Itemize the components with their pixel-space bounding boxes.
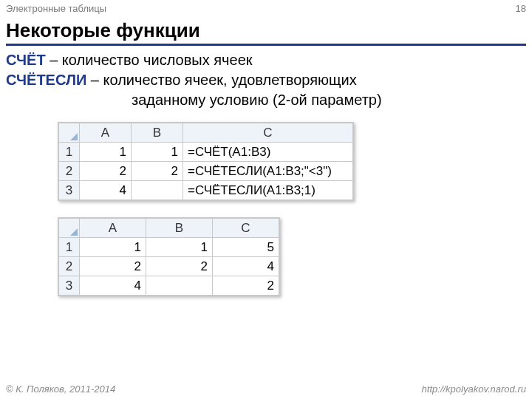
body: СЧЁТ – количество числовых ячеек СЧЁТЕСЛ… [6,50,526,313]
cell[interactable]: 2 [132,162,183,181]
row-header[interactable]: 3 [59,181,80,200]
cell[interactable]: 2 [146,257,213,276]
column-header[interactable]: C [213,219,279,238]
cell[interactable]: 1 [80,143,132,162]
column-header[interactable]: A [80,123,132,143]
cell[interactable]: 1 [80,238,146,257]
footer-copyright: © К. Поляков, 2011-2014 [6,383,115,395]
select-all-corner[interactable] [59,123,80,143]
func-countif-line: СЧЁТЕСЛИ – количество ячеек, удовлетворя… [6,70,526,90]
cell[interactable] [132,181,183,200]
column-header[interactable]: C [183,123,353,143]
column-header[interactable]: B [132,123,183,143]
header-topic: Электронные таблицы [6,3,106,14]
func-count-line: СЧЁТ – количество числовых ячеек [6,50,526,70]
cell[interactable]: =СЧЁТ(A1:B3) [183,143,353,162]
column-header[interactable]: B [146,219,213,238]
cell[interactable]: 2 [80,257,146,276]
footer: © К. Поляков, 2011-2014 http://kpolyakov… [6,383,526,395]
cell[interactable]: =СЧЁТЕСЛИ(A1:B3;1) [183,181,353,200]
func-count-name: СЧЁТ [6,52,46,68]
select-all-corner[interactable] [59,219,80,238]
column-header[interactable]: A [80,219,146,238]
row-header[interactable]: 2 [59,162,80,181]
header: Электронные таблицы 18 [6,3,526,14]
func-countif-name: СЧЁТЕСЛИ [6,72,86,88]
func-countif-desc: – количество ячеек, удовлетворяющих [86,72,356,88]
cell[interactable] [146,276,213,296]
spreadsheet: ABC11152224342 [58,217,280,296]
page-number: 18 [516,3,526,14]
func-countif-line2: заданному условию (2-ой параметр) [132,90,526,110]
slide-title: Некоторые функции [6,19,526,46]
row-header[interactable]: 2 [59,257,80,276]
row-header[interactable]: 3 [59,276,80,296]
spreadsheet: ABC111=СЧЁТ(A1:B3)222=СЧЁТЕСЛИ(A1:B3;"<3… [58,122,354,201]
cell[interactable]: 4 [80,276,146,296]
cell[interactable]: 1 [132,143,183,162]
spreadsheets: ABC111=СЧЁТ(A1:B3)222=СЧЁТЕСЛИ(A1:B3;"<3… [58,122,526,313]
row-header[interactable]: 1 [59,143,80,162]
row-header[interactable]: 1 [59,238,80,257]
footer-url: http://kpolyakov.narod.ru [422,383,526,395]
cell[interactable]: 4 [213,257,279,276]
cell[interactable]: 1 [146,238,213,257]
cell[interactable]: 4 [80,181,132,200]
corner-triangle-icon [70,133,78,140]
cell[interactable]: 2 [213,276,279,296]
func-count-desc: – количество числовых ячеек [46,52,253,68]
cell[interactable]: 5 [213,238,279,257]
cell[interactable]: =СЧЁТЕСЛИ(A1:B3;"<3") [183,162,353,181]
cell[interactable]: 2 [80,162,132,181]
corner-triangle-icon [70,228,78,236]
